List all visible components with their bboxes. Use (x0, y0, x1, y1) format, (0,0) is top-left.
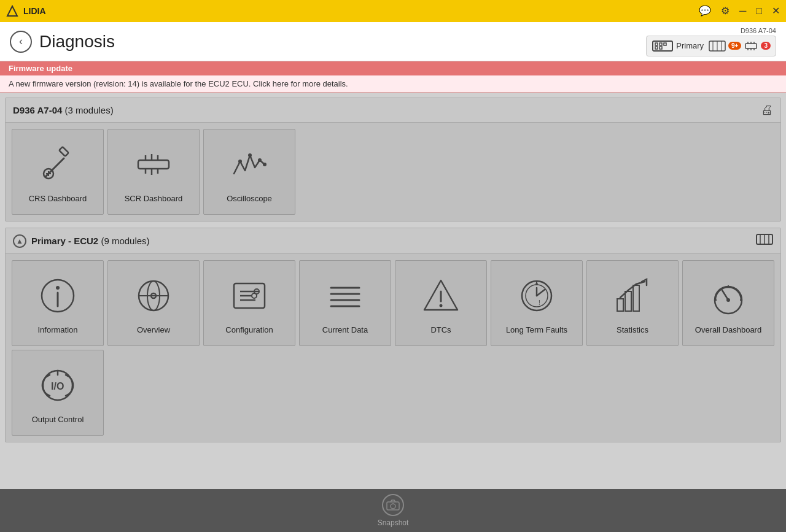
section-d936-header: D936 A7-04 (3 modules) 🖨 (6, 98, 780, 123)
module-configuration[interactable]: Configuration (203, 260, 295, 346)
svg-text:!: ! (539, 299, 540, 306)
overall-dashboard-icon (704, 271, 753, 320)
section-d936-title-text: D936 A7-04 (3 modules) (13, 105, 114, 115)
section-primary-title: ▲ Primary - ECU2 (9 modules) (13, 234, 150, 248)
svg-point-63 (535, 283, 538, 285)
svg-point-39 (56, 286, 60, 290)
long-term-faults-label: Long Term Faults (502, 325, 571, 336)
title-bar-controls: 💬 ⚙ ─ □ ✕ (699, 6, 780, 16)
close-button[interactable]: ✕ (772, 6, 780, 16)
svg-rect-23 (138, 160, 169, 169)
firmware-message[interactable]: A new firmware version (revision: 14) is… (0, 75, 786, 93)
primary-label: Primary (676, 41, 704, 50)
back-arrow-icon: ‹ (19, 35, 23, 48)
connector-icon (744, 39, 758, 53)
module-crs-dashboard[interactable]: CRS Dashboard (12, 129, 104, 215)
device-info-area: D936 A7-04 Primary (646, 27, 776, 56)
svg-rect-11 (745, 44, 757, 48)
snapshot-button[interactable]: Snapshot (378, 494, 409, 527)
svg-point-30 (238, 160, 242, 163)
chat-icon[interactable]: 💬 (699, 6, 711, 16)
configuration-icon (225, 271, 274, 320)
section-d936: D936 A7-04 (3 modules) 🖨 CRS Dashbo (5, 98, 781, 222)
module-current-data[interactable]: Current Data (299, 260, 391, 346)
module-statistics[interactable]: Statistics (586, 260, 679, 346)
primary-module-grid: Information Overview (6, 254, 780, 442)
back-button[interactable]: ‹ (10, 31, 32, 53)
header-left: ‹ Diagnosis (10, 31, 115, 53)
app-logo-icon (6, 5, 18, 17)
firmware-title: Firmware update (0, 61, 786, 75)
svg-point-32 (258, 158, 262, 162)
title-bar-left: LIDIA (6, 5, 46, 17)
svg-line-61 (537, 290, 545, 296)
overview-label: Overview (133, 325, 174, 336)
svg-point-57 (440, 304, 443, 307)
section-primary: ▲ Primary - ECU2 (9 modules) (5, 228, 781, 442)
red-badge: 3 (761, 42, 771, 50)
module-oscilloscope[interactable]: Oscilloscope (203, 129, 295, 215)
snapshot-icon (382, 494, 404, 516)
firmware-message-text: A new firmware version (revision: 14) is… (9, 79, 348, 88)
overview-icon (129, 271, 178, 320)
maximize-button[interactable]: □ (756, 6, 762, 16)
current-data-icon (321, 271, 370, 320)
information-label: Information (34, 325, 81, 336)
statistics-icon (608, 271, 657, 320)
oscilloscope-label: Oscilloscope (223, 194, 276, 204)
device-badge-row: Primary 9+ (646, 36, 776, 56)
module-output-control[interactable]: I/O Output Control (12, 350, 104, 436)
output-control-label: Output Control (28, 415, 88, 425)
module-long-term-faults[interactable]: ! Long Term Faults (491, 260, 583, 346)
header: ‹ Diagnosis D936 A7-04 Primary (0, 22, 786, 61)
module-overview[interactable]: Overview (107, 260, 200, 346)
scr-dashboard-icon (129, 140, 178, 189)
module-dtcs[interactable]: DTCs (395, 260, 487, 346)
module-scr-dashboard[interactable]: SCR Dashboard (107, 129, 200, 215)
crs-dashboard-icon (33, 140, 82, 189)
svg-rect-66 (625, 291, 631, 311)
svg-rect-19 (59, 147, 69, 156)
svg-rect-6 (660, 47, 662, 49)
overall-dashboard-label: Overall Dashboard (691, 325, 765, 336)
page-title: Diagnosis (39, 32, 115, 52)
long-term-faults-icon: ! (512, 271, 561, 320)
orange-badge: 9+ (728, 42, 741, 50)
badge-group: 9+ 3 (709, 39, 771, 53)
svg-point-33 (263, 163, 267, 166)
crs-dashboard-label: CRS Dashboard (25, 194, 91, 204)
collapse-icon: ▲ (16, 237, 23, 245)
print-icon[interactable]: 🖨 (761, 103, 773, 117)
svg-point-70 (726, 298, 730, 302)
collapse-button[interactable]: ▲ (13, 234, 26, 248)
bottom-bar: Snapshot (0, 489, 786, 532)
svg-rect-2 (655, 43, 658, 45)
ecu-icon (652, 39, 674, 53)
snapshot-label: Snapshot (378, 519, 409, 527)
firmware-banner: Firmware update A new firmware version (… (0, 61, 786, 93)
svg-point-31 (248, 153, 252, 157)
svg-point-78 (391, 504, 395, 509)
svg-rect-67 (633, 285, 639, 311)
configuration-label: Configuration (222, 325, 276, 336)
svg-rect-4 (664, 43, 666, 45)
app-title: LIDIA (23, 6, 46, 16)
information-icon (33, 271, 82, 320)
output-control-icon: I/O (33, 361, 82, 410)
section-d936-title: D936 A7-04 (3 modules) (13, 105, 114, 115)
title-bar: LIDIA 💬 ⚙ ─ □ ✕ (0, 0, 786, 22)
scr-dashboard-label: SCR Dashboard (121, 194, 187, 204)
svg-rect-5 (655, 47, 658, 49)
main-content: D936 A7-04 (3 modules) 🖨 CRS Dashbo (0, 93, 786, 489)
section-primary-title-text: Primary - ECU2 (9 modules) (31, 236, 150, 246)
svg-text:I/O: I/O (51, 381, 64, 391)
ecu-view-icon[interactable] (756, 233, 773, 249)
d936-module-grid: CRS Dashboard SCR Dashboar (6, 123, 780, 221)
svg-point-50 (252, 293, 257, 298)
device-name-label: D936 A7-04 (741, 27, 776, 34)
dtcs-icon (416, 271, 465, 320)
settings-icon[interactable]: ⚙ (721, 6, 730, 16)
minimize-button[interactable]: ─ (739, 6, 746, 16)
module-information[interactable]: Information (12, 260, 104, 346)
module-overall-dashboard[interactable]: Overall Dashboard (682, 260, 774, 346)
